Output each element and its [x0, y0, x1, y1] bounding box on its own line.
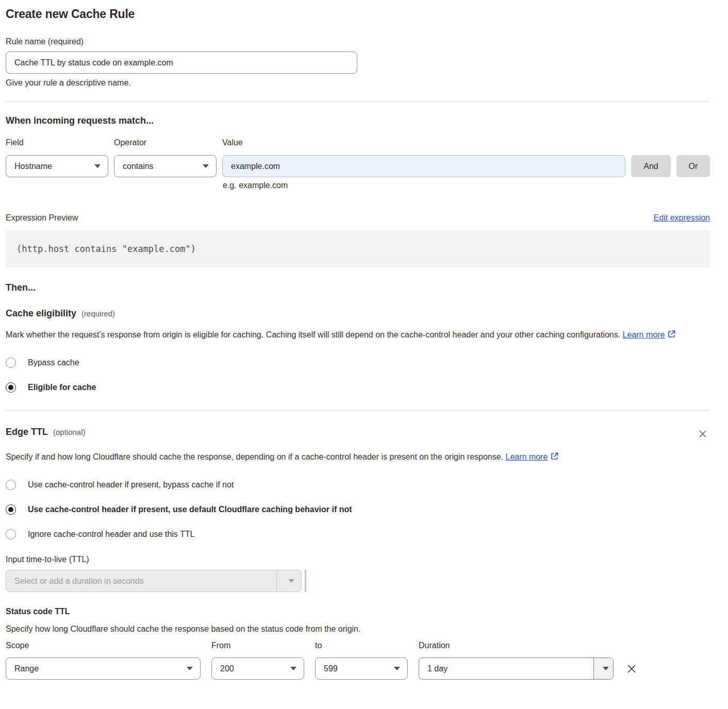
close-edge-ttl-button[interactable] — [696, 427, 710, 441]
radio-option-label: Bypass cache — [28, 358, 79, 367]
chevron-down-icon — [94, 164, 101, 168]
value-hint: e.g. example.com — [223, 181, 710, 190]
duration-select[interactable]: 1 day — [419, 657, 614, 680]
cache-eligibility-description: Mark whether the request's response from… — [6, 328, 699, 343]
optional-tag: (optional) — [53, 428, 86, 436]
operator-select-value: contains — [123, 162, 154, 171]
expression-preview-box: (http.host contains "example.com") — [6, 230, 710, 267]
edge-ttl-heading: Edge TTL(optional) — [6, 427, 86, 437]
radio-selected-icon[interactable] — [6, 504, 16, 515]
section-divider — [6, 102, 710, 102]
radio-option-use-header-default[interactable]: Use cache-control header if present, use… — [6, 504, 710, 515]
learn-more-link[interactable]: Learn more — [623, 330, 665, 339]
from-select[interactable]: 200 — [211, 657, 304, 680]
status-code-ttl-description: Specify how long Cloudflare should cache… — [6, 624, 710, 634]
then-heading: Then... — [6, 282, 710, 293]
chevron-down-icon — [203, 164, 209, 168]
to-label: to — [315, 641, 408, 650]
operator-select[interactable]: contains — [114, 155, 217, 177]
to-select[interactable]: 599 — [315, 657, 408, 680]
section-divider — [6, 410, 710, 411]
operator-label: Operator — [114, 138, 217, 147]
field-select-value: Hostname — [14, 162, 52, 171]
radio-option-ignore-header[interactable]: Ignore cache-control header and use this… — [6, 529, 710, 539]
match-row: Field Operator Value Hostname contains A… — [6, 138, 710, 177]
status-code-ttl-heading: Status code TTL — [6, 607, 710, 616]
from-select-value: 200 — [220, 664, 234, 673]
ttl-duration-select[interactable]: Select or add a duration in seconds — [6, 570, 302, 592]
radio-option-label: Use cache-control header if present, use… — [28, 505, 352, 514]
radio-unselected-icon[interactable] — [6, 529, 16, 539]
create-cache-rule-page: Create new Cache Rule Rule name (require… — [0, 0, 728, 695]
external-link-icon — [550, 453, 559, 462]
chevron-down-icon — [187, 667, 193, 670]
or-button[interactable]: Or — [676, 155, 710, 177]
page-title: Create new Cache Rule — [6, 7, 710, 21]
radio-option-bypass-cache[interactable]: Bypass cache — [6, 358, 710, 368]
scope-label: Scope — [6, 641, 201, 650]
chevron-down-icon[interactable] — [593, 658, 613, 679]
scope-select-value: Range — [14, 664, 39, 673]
field-select[interactable]: Hostname — [6, 155, 108, 177]
from-label: From — [211, 641, 304, 650]
radio-option-label: Ignore cache-control header and use this… — [28, 530, 194, 539]
expression-code: (http.host contains "example.com") — [16, 244, 196, 254]
and-button[interactable]: And — [631, 155, 671, 177]
duration-label: Duration — [419, 641, 614, 650]
radio-unselected-icon[interactable] — [6, 358, 16, 368]
radio-option-label: Use cache-control header if present, byp… — [28, 480, 234, 489]
rule-name-label: Rule name (required) — [6, 37, 710, 46]
ttl-select-placeholder: Select or add a duration in seconds — [6, 570, 276, 592]
radio-unselected-icon[interactable] — [6, 480, 16, 490]
chevron-down-icon — [394, 667, 400, 670]
edit-expression-link[interactable]: Edit expression — [654, 213, 710, 223]
radio-option-use-header-bypass[interactable]: Use cache-control header if present, byp… — [6, 480, 710, 490]
ttl-input-label: Input time-to-live (TTL) — [6, 555, 710, 564]
rule-name-input[interactable] — [6, 52, 357, 74]
status-code-ttl-row: Scope From to Duration Range 200 599 1 d… — [6, 641, 710, 680]
value-label: Value — [222, 138, 625, 147]
radio-option-eligible-for-cache[interactable]: Eligible for cache — [6, 382, 710, 393]
field-label: Field — [6, 138, 108, 147]
duration-select-value: 1 day — [419, 658, 593, 679]
scope-select[interactable]: Range — [6, 657, 201, 680]
learn-more-link[interactable]: Learn more — [506, 452, 548, 461]
radio-option-label: Eligible for cache — [28, 383, 96, 392]
delete-row-button[interactable] — [624, 662, 638, 676]
chevron-down-icon[interactable] — [276, 570, 301, 592]
external-link-icon — [667, 331, 676, 340]
to-select-value: 599 — [324, 664, 338, 673]
focus-caret-bar — [305, 570, 306, 592]
required-tag: (required) — [81, 309, 115, 318]
rule-name-helper: Give your rule a descriptive name. — [6, 78, 710, 88]
chevron-down-icon — [290, 667, 296, 670]
cache-eligibility-heading: Cache eligibility(required) — [6, 308, 710, 319]
radio-selected-icon[interactable] — [6, 382, 16, 393]
expression-preview-label: Expression Preview — [6, 213, 78, 223]
match-heading: When incoming requests match... — [6, 115, 710, 126]
edge-ttl-description: Specify if and how long Cloudflare shoul… — [6, 450, 573, 465]
value-input[interactable] — [222, 155, 625, 177]
